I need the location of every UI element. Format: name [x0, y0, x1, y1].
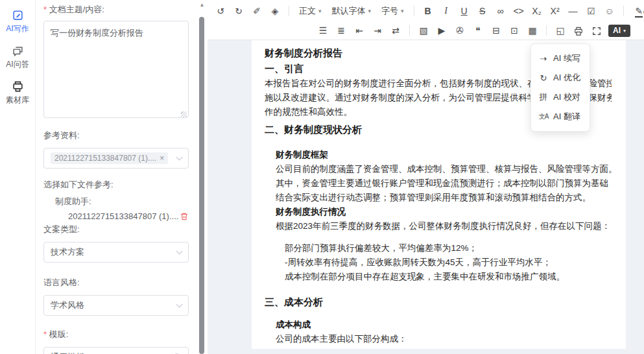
toolbar-row-1: ↺ ↻ ✐ ◈ 正文 默认字体 字号 B I U S ∞ <> X₂ X² — … — [214, 1, 639, 21]
chevron-down-icon — [176, 154, 183, 160]
print-icon[interactable] — [572, 23, 585, 38]
toolbar-row-2: ☰ ≣ ⇤ ⇥ ⇄ ▧ ▶ ✇ ❝ ⊟ ⊡ ▦ ◱ AI — [214, 21, 639, 40]
nav-label-ai-writing: AI写作 — [6, 23, 29, 34]
subscript-icon[interactable]: X₂ — [531, 4, 543, 18]
menu-item-ai-continue[interactable]: ⇢ AI 续写 — [531, 49, 590, 68]
ai-qa-icon — [12, 45, 24, 57]
ai-optimize-icon: ↻ — [538, 73, 549, 83]
emoji-icon[interactable]: ☺ — [603, 4, 616, 18]
doc-subheading-framework: 财务制度框架 — [276, 148, 612, 162]
image-icon[interactable]: ▧ — [417, 23, 430, 38]
template-select[interactable]: 通用模板 — [43, 347, 189, 354]
scrollbar-thumb[interactable] — [199, 17, 204, 354]
doc-text-line: 结合实际支出进行动态调整；预算管理则采用年度预算和滚动预算相结合的方式。 — [276, 191, 612, 205]
fullscreen-icon[interactable] — [590, 23, 603, 38]
style-select[interactable]: 学术风格 — [43, 295, 189, 316]
video-icon[interactable]: ▶ — [435, 23, 448, 38]
editor-area: ↺ ↻ ✐ ◈ 正文 默认字体 字号 B I U S ∞ <> X₂ X² — … — [208, 0, 644, 354]
style-value: 学术风格 — [51, 300, 177, 311]
superscript-icon[interactable]: X² — [549, 4, 562, 18]
toolbar-divider — [623, 6, 624, 16]
nav-rail: AI写作 AI问答 素材库 — [0, 0, 36, 354]
material-library-icon — [12, 80, 24, 93]
editor-toolbar: ↺ ↻ ✐ ◈ 正文 默认字体 字号 B I U S ∞ <> X₂ X² — … — [208, 0, 644, 40]
link-icon[interactable]: ∞ — [494, 4, 507, 18]
nav-label-ai-qa: AI问答 — [6, 59, 29, 70]
doc-subheading-cost-structure: 成本构成 — [276, 318, 612, 332]
nav-label-material-library: 素材库 — [6, 95, 29, 106]
todo-icon[interactable]: ◱ — [554, 23, 567, 38]
copy-type-value: 技术方案 — [51, 246, 177, 258]
ai-proofread-icon: 拼 — [538, 91, 549, 103]
undo-icon[interactable]: ↺ — [214, 4, 227, 18]
copy-type-label: 文案类型: — [43, 224, 189, 235]
snippet-icon[interactable]: ⊡ — [508, 23, 521, 38]
nav-item-ai-qa[interactable]: AI问答 — [0, 41, 35, 77]
ai-dropdown-menu: ⇢ AI 续写 ↻ AI 优化 拼 AI 校对 文A AI 翻译 — [531, 43, 590, 132]
assistant-label: 制度助手: — [43, 196, 189, 207]
toolbar-divider — [409, 25, 410, 36]
textarea-resize-handle[interactable] — [181, 112, 187, 117]
outdent-icon[interactable]: ⇤ — [353, 23, 366, 38]
blockquote-icon[interactable]: ❝ — [471, 23, 484, 38]
nav-item-ai-writing[interactable]: AI写作 — [0, 5, 35, 41]
doc-text-line: 部分部门预算执行偏差较大，平均偏差率为12%； — [285, 241, 612, 255]
line-wrap-icon[interactable]: ⇄ — [389, 23, 402, 38]
template-value: 通用模板 — [51, 351, 161, 354]
topic-input[interactable]: 写一份财务制度分析报告 — [43, 21, 189, 118]
doc-text-line: 其中，资金管理主要通过银行账户管理和现金流预测进行；成本控制以部门预算为基础， — [276, 176, 612, 191]
checkbox-icon[interactable]: ☑ — [585, 4, 598, 18]
reference-label: 参考资料: — [43, 130, 189, 141]
trash-icon[interactable] — [180, 212, 189, 221]
menu-item-ai-translate[interactable]: 文A AI 翻译 — [531, 107, 590, 126]
template-label: 模版: — [43, 329, 189, 340]
bold-icon[interactable]: B — [422, 4, 435, 18]
topic-label: 文档主题/内容: — [43, 4, 189, 16]
menu-item-ai-optimize[interactable]: ↻ AI 优化 — [531, 68, 590, 88]
ordered-list-icon[interactable]: ≣ — [335, 23, 348, 38]
ai-tools-button[interactable]: AI — [608, 25, 630, 37]
horizontal-rule-icon[interactable]: — — [567, 4, 580, 18]
indent-icon[interactable]: ⇥ — [371, 23, 384, 38]
doc-text-line: 公司目前的制度涵盖了资金管理、成本控制、预算管理、核算与报告、风险管理等方面。 — [276, 162, 612, 176]
paragraph-style-dropdown[interactable]: 正文 — [296, 5, 324, 17]
redo-icon[interactable]: ↻ — [232, 4, 245, 18]
strikethrough-icon[interactable]: S — [476, 4, 489, 18]
highlight-color-icon[interactable]: ✎ — [631, 4, 644, 18]
font-size-dropdown[interactable]: 字号 — [379, 5, 407, 17]
underline-icon[interactable]: U — [458, 4, 471, 18]
italic-icon[interactable]: I — [440, 4, 453, 18]
code-icon[interactable]: <> — [512, 4, 525, 18]
menu-item-ai-proofread[interactable]: 拼 AI 校对 — [531, 88, 590, 107]
copy-type-select[interactable]: 技术方案 — [43, 242, 189, 263]
ai-continue-icon: ⇢ — [538, 54, 549, 64]
form-scrollbar: ▲ — [197, 0, 208, 354]
bullet-list-icon[interactable]: ☰ — [316, 23, 329, 38]
editor-canvas: 财务制度分析报告 一、引言 本报告旨在对公司的财务制度进行全面分析，包括财务制度… — [208, 40, 644, 354]
table-icon[interactable]: ▦ — [526, 23, 539, 38]
font-family-dropdown[interactable]: 默认字体 — [329, 5, 374, 17]
ai-writing-icon — [12, 9, 24, 21]
format-painter-icon[interactable]: ✐ — [250, 4, 263, 18]
reference-tag: 2021122715133847807 (1).... × — [51, 152, 168, 164]
doc-text-line: -周转效率有待提高，应收账款周转天数为45天，高于行业平均水平； — [285, 255, 612, 270]
tag-close-icon[interactable]: × — [160, 154, 164, 163]
file-name: 2021122715133847807 (1).... — [68, 211, 180, 221]
chevron-down-icon — [176, 301, 183, 307]
nav-item-material-library[interactable]: 素材库 — [0, 77, 35, 112]
style-label: 语言风格: — [43, 277, 189, 289]
ai-translate-icon: 文A — [538, 112, 549, 121]
divider-block-icon[interactable]: ⊟ — [490, 23, 503, 38]
chevron-down-icon — [176, 248, 183, 254]
scrollbar-up-arrow[interactable]: ▲ — [197, 2, 208, 8]
doc-text-line: 成本控制在部分项目中存在超支现象，主要集中在研发和市场推广领域。 — [285, 270, 612, 284]
attachment-icon[interactable]: ✇ — [453, 23, 466, 38]
eraser-icon[interactable]: ◈ — [268, 4, 281, 18]
ai-writing-form: 文档主题/内容: 写一份财务制度分析报告 参考资料: 2021122715133… — [36, 0, 197, 354]
toolbar-divider — [289, 6, 289, 16]
toolbar-divider — [546, 25, 547, 36]
reference-select[interactable]: 2021122715133847807 (1).... × — [43, 148, 189, 169]
doc-heading-cost: 三、成本分析 — [265, 294, 612, 310]
doc-text-line: 根据2023年前三季度的财务数据，公司整体财务制度执行情况良好，但存在以下问题： — [276, 219, 612, 233]
app-window: AI写作 AI问答 素材库 文档主题/内容: 写一份财务制度分析报告 参考资料:… — [0, 0, 644, 354]
